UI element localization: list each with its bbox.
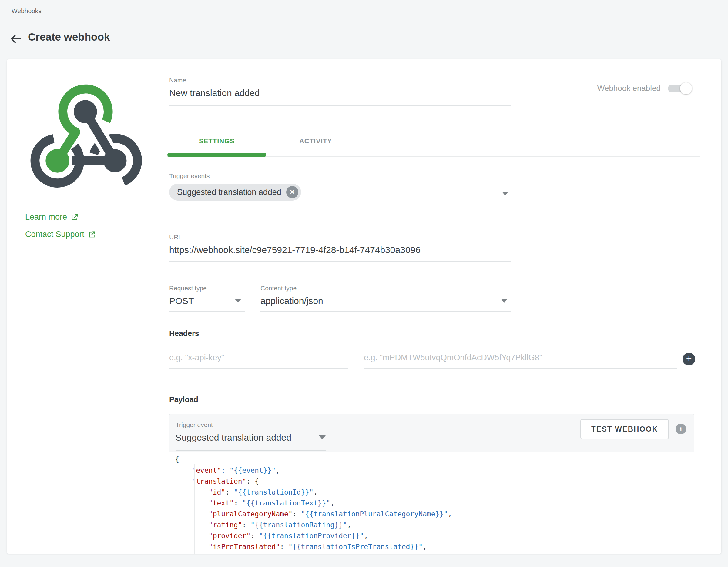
webhook-card: Learn more Contact Support Name Webhook …	[7, 59, 721, 554]
contact-support-label: Contact Support	[25, 230, 84, 239]
add-header-button[interactable]: +	[683, 353, 695, 365]
plus-icon: +	[686, 353, 692, 364]
payload-panel: Trigger event Suggested translation adde…	[169, 414, 694, 554]
content-type-label: Content type	[260, 284, 511, 292]
contact-support-link[interactable]: Contact Support	[25, 230, 96, 239]
code-line: {	[175, 454, 694, 465]
chip-label: Suggested translation added	[177, 188, 281, 197]
name-label: Name	[169, 76, 511, 84]
test-webhook-button[interactable]: TEST WEBHOOK	[580, 419, 669, 439]
code-line: "event": "{{event}}",	[175, 465, 694, 476]
indent-guide	[194, 464, 195, 554]
code-line: "translation": {	[175, 476, 694, 487]
webhook-enabled-row: Webhook enabled	[597, 84, 691, 93]
content-type-select[interactable]: Content type application/json	[260, 284, 511, 312]
indent-guide	[177, 464, 177, 554]
trigger-events-field[interactable]: Trigger events Suggested translation add…	[169, 172, 511, 208]
toggle-knob	[680, 82, 692, 94]
webhook-enabled-toggle[interactable]	[668, 85, 691, 92]
code-line: "id": "{{translationId}}",	[175, 487, 694, 498]
info-icon[interactable]: i	[676, 424, 686, 434]
url-input[interactable]	[169, 244, 511, 256]
request-type-label: Request type	[169, 284, 245, 292]
learn-more-link[interactable]: Learn more	[25, 213, 79, 222]
external-link-icon	[88, 231, 96, 239]
content-type-value: application/json	[260, 295, 511, 307]
webhook-enabled-label: Webhook enabled	[597, 84, 661, 93]
header-value-field	[364, 347, 677, 368]
url-field: URL	[169, 233, 511, 262]
close-icon[interactable]: ✕	[286, 186, 298, 198]
header-key-input[interactable]	[169, 351, 348, 364]
back-button[interactable]	[9, 32, 23, 45]
create-webhook-page: Webhooks Create webhook	[0, 0, 728, 567]
trigger-events-chips: Suggested translation added ✕	[169, 184, 511, 201]
payload-trigger-event-value: Suggested translation added	[176, 431, 326, 444]
code-line: "rating": "{{translationRating}}",	[175, 519, 694, 530]
code-line: "isPreTranslated": "{{translationIsPreTr…	[175, 541, 694, 552]
url-label: URL	[169, 233, 511, 241]
payload-section-title: Payload	[169, 395, 198, 404]
payload-trigger-event-label: Trigger event	[176, 421, 326, 429]
chevron-down-icon	[501, 299, 508, 303]
name-input[interactable]	[169, 87, 511, 99]
name-field: Name	[169, 76, 511, 106]
payload-panel-header: Trigger event Suggested translation adde…	[169, 414, 694, 452]
chevron-down-icon	[319, 435, 326, 439]
trigger-event-chip: Suggested translation added ✕	[169, 184, 301, 201]
headers-section-title: Headers	[169, 329, 199, 338]
header-value-input[interactable]	[364, 351, 677, 364]
trigger-events-label: Trigger events	[169, 172, 511, 180]
payload-code[interactable]: { "event": "{{event}}", "translation": {…	[169, 452, 694, 554]
code-line: "provider": "{{translationProvider}}",	[175, 530, 694, 541]
tab-activity[interactable]: ACTIVITY	[266, 126, 365, 156]
request-type-select[interactable]: Request type POST	[169, 284, 245, 312]
code-line: "pluralCategoryName": "{{translationPlur…	[175, 508, 694, 519]
code-line: "createdAt": "{{translationCreatedAt}}",	[175, 552, 694, 554]
code-line: "text": "{{translationText}}",	[175, 498, 694, 508]
tab-settings[interactable]: SETTINGS	[167, 126, 266, 156]
active-tab-indicator	[167, 153, 266, 157]
chevron-down-icon	[235, 299, 241, 303]
payload-trigger-event-select[interactable]: Trigger event Suggested translation adde…	[176, 421, 326, 451]
page-title: Create webhook	[28, 31, 110, 43]
tab-bar: SETTINGS ACTIVITY	[167, 126, 700, 157]
header-key-field	[169, 347, 348, 368]
back-arrow-icon	[9, 42, 23, 46]
chevron-down-icon[interactable]	[502, 192, 508, 196]
external-link-icon	[71, 213, 79, 221]
breadcrumb[interactable]: Webhooks	[12, 7, 42, 15]
request-type-value: POST	[169, 295, 245, 307]
learn-more-label: Learn more	[25, 213, 67, 222]
webhook-logo	[19, 75, 159, 206]
